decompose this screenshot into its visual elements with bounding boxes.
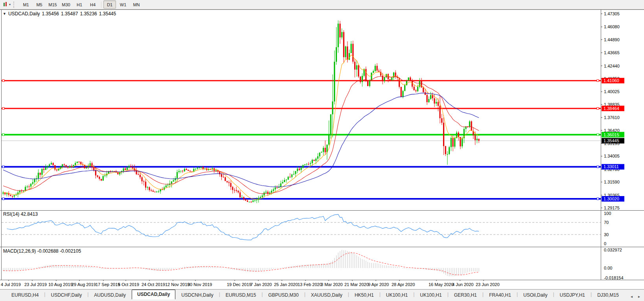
chart-tab-eurusd-h4[interactable]: EURUSD,H4 [6,291,44,299]
chart-tab-usoil-daily[interactable]: USOil,Daily [518,291,552,299]
timeframe-button-m5[interactable]: M5 [33,0,46,9]
date-tick-label: 10 Aug 2019 [48,282,73,287]
candle-body [449,147,450,154]
candle-body [434,98,435,103]
date-tick-label: 23 Jun 2020 [476,282,500,287]
toolbar-drag-handle[interactable] [13,2,16,8]
date-tick-label: 30 Nov 2019 [188,282,212,287]
chart-tab-usdcnh-daily[interactable]: USDCNH,Daily [176,291,218,299]
chart-tab-ger30-h1[interactable]: GER30,H1 [449,291,482,299]
macd-indicator-label: MACD(12,26,9) -0.002688 -0.002105 [3,248,81,254]
candle-body [365,69,366,81]
candle-body [312,160,313,163]
candle-body [384,77,385,81]
candle-body [130,166,131,167]
chart-tab-fra40-h1[interactable]: FRA40,H1 [484,291,516,299]
candle-body [295,171,296,174]
rsi-axis-label: 100 [604,211,611,216]
timeframe-button-m1[interactable]: M1 [20,0,32,9]
candle-body [339,24,340,37]
line-end-marker[interactable] [597,134,599,136]
tab-scroll-right-icon[interactable]: ▸ [638,294,640,299]
line-end-marker[interactable] [2,80,4,82]
chart-tab-uk100-h1[interactable]: UK100,H1 [381,291,413,299]
candle-body [425,92,426,95]
candle-body [401,87,402,97]
candle-body [125,169,126,170]
rsi-indicator-label: RSI(14) 42.8413 [3,211,38,217]
chart-canvas[interactable]: 1.473051.460801.448901.436651.424401.412… [0,9,644,289]
candle-body [328,135,329,145]
candle-body [419,81,420,87]
chart-tab-usdcad-daily[interactable]: USDCAD,Daily [132,290,175,299]
candle-body [462,138,463,147]
date-tick-label: 13 Feb 2020 [298,282,322,287]
line-end-marker[interactable] [2,134,4,136]
date-tick-label: 4 Jul 2019 [1,282,21,287]
candle-body [101,179,102,180]
candle-body [330,114,331,135]
candle-body [56,169,57,170]
chart-tab-gbpusd-m30[interactable]: GBPUSD,M30 [263,291,304,299]
candle-body [389,79,390,80]
candle-body [427,95,428,102]
tab-scroll-left-icon[interactable]: ◂ [631,294,633,299]
collapse-arrow-icon[interactable]: ▼ [3,12,6,16]
candle-body [410,77,411,81]
candle-body [471,121,472,131]
candle-body [391,77,392,80]
timeframe-button-m15[interactable]: M15 [46,0,59,9]
candle-body [286,180,287,180]
timeframe-button-m30[interactable]: M30 [60,0,72,9]
chart-tab-dj30-m15[interactable]: DJ30,M15 [592,291,624,299]
candle-body [452,138,453,147]
line-end-marker[interactable] [2,107,4,109]
timeframe-button-d1[interactable]: D1 [103,0,116,9]
candle-body [441,118,442,123]
candle-body [78,162,79,162]
candle-body [103,176,104,180]
level-price-badge-label: 1.38464 [604,106,619,111]
candle-body [43,169,44,170]
chart-tab-xauusd-daily[interactable]: XAUUSD,Daily [306,291,348,299]
candle-body [184,169,185,171]
candle-body [12,196,13,196]
line-end-marker[interactable] [2,198,4,200]
chart-tab-uk100-h1[interactable]: UK100,H1 [415,291,447,299]
candle-body [430,95,431,99]
candle-body [14,195,15,196]
candle-body [153,191,154,192]
line-end-marker[interactable] [597,166,599,168]
chart-tab-bar: EURUSD,H4|USDCHF,Daily|AUDUSD,DailyUSDCA… [0,289,644,299]
candle-body [162,189,163,190]
line-end-marker[interactable] [597,80,599,82]
chart-type-button[interactable]: ▾ [2,1,12,8]
timeframe-button-h4[interactable]: H4 [86,0,99,9]
candle-body [260,197,261,198]
candle-body [341,32,342,38]
candle-body [91,163,92,167]
candle-body [308,164,309,164]
chart-tab-audusd-daily[interactable]: AUDUSD,Daily [89,291,131,299]
date-tick-label: 24 Oct 2019 [142,282,165,287]
candle-body [271,191,272,193]
candle-body [149,187,150,190]
candle-body [325,148,326,152]
chart-tab-eurusd-m15[interactable]: EURUSD,M15 [221,291,261,299]
candle-body [263,193,265,195]
candle-body [304,164,305,165]
candle-body [97,175,98,177]
timeframe-button-h1[interactable]: H1 [73,0,86,9]
line-end-marker[interactable] [597,107,599,109]
chart-tab-usdjpy-h1[interactable]: USDJPY,H1 [555,291,590,299]
candle-body [369,80,370,86]
candle-body [180,171,181,171]
line-end-marker[interactable] [2,166,4,168]
candle-body [315,159,316,161]
timeframe-button-w1[interactable]: W1 [117,0,129,9]
timeframe-button-mn[interactable]: MN [130,0,143,9]
chart-tab-usdchf-daily[interactable]: USDCHF,Daily [46,291,87,299]
candle-body [319,152,320,156]
line-end-marker[interactable] [597,198,599,200]
chart-tab-hk50-h1[interactable]: HK50,H1 [350,291,379,299]
